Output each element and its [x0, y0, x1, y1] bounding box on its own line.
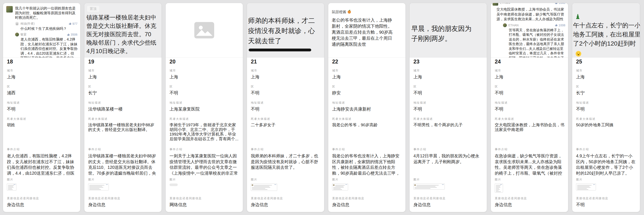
wechat-reply: 柿油(作者)977什么时候？生了其他疾病吗？: [15, 22, 78, 31]
record-cover-image[interactable]: [166, 3, 243, 58]
field-deceased: 死者大体描述 交大电院退休教授，上海书协会员，书法家吴中南老师: [495, 117, 565, 132]
attachment-thumbnail[interactable]: [495, 183, 503, 192]
field-address: 地址描述 不明: [7, 101, 77, 112]
field-value-district: 长宁: [88, 90, 158, 96]
record-number: 18: [7, 59, 13, 65]
field-label-event: 事件介绍: [251, 147, 321, 151]
field-label-deceased: 死者大体描述: [251, 117, 321, 121]
field-label-address: 地址描述: [495, 101, 565, 105]
avatar: [6, 6, 13, 13]
field-deceased: 死者大体描述 不明男性，有个两岁的儿子: [414, 117, 483, 127]
field-label-direct: 直接信息还是间接信息: [7, 196, 77, 200]
thumbnail-text-line: [335, 186, 344, 186]
record-card[interactable]: 午十点左右，长宁的一小地务工阿姨，在出租屋里了2个小时的120赶到时 25 城市…: [572, 3, 640, 212]
field-event: 事件介绍 一则关于上海某康复医院一位病人因疫情管理无人护理而去世的文章在微信群里…: [170, 147, 240, 176]
field-value-direct: 身边信息: [251, 202, 321, 207]
record-card[interactable]: 师弟的本科师妹，才二疫情没有及时就诊，心天就去世了 21 城市 上海 区 不明 …: [247, 3, 324, 212]
field-label-event: 事件介绍: [495, 147, 565, 151]
record-card[interactable]: 20 城市 上海 区 不明 地址描述 上海某康复医院 死者大体描述 李昶生于19…: [166, 3, 243, 212]
field-label-direct: 直接信息还是间接信息: [332, 196, 402, 200]
field-value-deceased: 不明男性，有个两岁的儿子: [414, 123, 483, 127]
like-count-value: 3506: [71, 33, 78, 36]
text-line: 镇路某楼一楼独居老夫妇中: [86, 13, 162, 22]
reply-header: ETHAN1008: [503, 23, 565, 27]
text-line: 曾是交大出版社翻译。休克: [86, 22, 162, 30]
field-value-address: 法华镇路某楼一楼: [88, 106, 158, 112]
field-value-district: 浦西: [7, 90, 77, 96]
clipped-comment-header: ETHAN1046: [492, 3, 565, 6]
field-value-direct: 身边信息: [88, 202, 158, 207]
attachment-thumbnail[interactable]: [88, 183, 109, 190]
field-label-city: 城市: [332, 69, 402, 73]
field-address: 地址描述 不明: [576, 101, 636, 112]
field-deceased: 死者大体描述 李昶生于1973年，曾就读于北京史家胡同小学、北京二中、北京四中，…: [170, 117, 240, 141]
field-value-deceased: 李昶生于1973年，曾就读于北京史家胡同小学、北京二中、北京四中，于1992年考…: [170, 123, 240, 141]
field-value-event: 4月12日早晨，我的朋友因为心梗永远离开了，儿子刚刚两岁。: [414, 153, 483, 164]
thumbnail-likes: [345, 184, 347, 185]
field-district: 区 长宁: [88, 85, 158, 96]
field-event: 事件介绍 法华镇路某楼一楼独居老夫妇中88岁的丈夫，曾经是交大出版社翻译。休克后…: [88, 147, 158, 176]
thumbnail-text-line: [254, 186, 270, 186]
text-line: 午十点左右，长宁的一小: [573, 21, 640, 30]
field-value-deceased: 二十多岁女子: [251, 123, 321, 127]
field-value-event: 我师弟的本科师妹，才二十多岁，也是因为疫情没有及时就诊，心脏不舒服送医院隔天就去…: [251, 153, 321, 170]
field-label-deceased: 死者大体描述: [495, 117, 565, 121]
thumbnail-avatar: [252, 184, 253, 186]
attachment-thumbnail[interactable]: [170, 183, 178, 186]
record-cover-image[interactable]: 师弟的本科师妹，才二疫情没有及时就诊，心天就去世了: [247, 3, 324, 58]
field-label-image: 图片: [332, 178, 402, 181]
attachment-thumbnail[interactable]: [332, 183, 348, 190]
thumbnail-text-line: [333, 187, 344, 187]
record-cover-image[interactable]: 早晨，我的朋友因为子刚刚两岁。: [410, 3, 487, 58]
field-value-city: 上海: [576, 74, 636, 80]
field-label-district: 区: [7, 85, 77, 89]
attachment-thumbnail[interactable]: [414, 183, 445, 189]
record-cover-image[interactable]: 我几十年前就认识的一位胡姓朋友也是因为封控、核酸检测等原因没有得到及时救治而死亡…: [3, 3, 80, 58]
field-label-event: 事件介绍: [332, 147, 402, 151]
field-district: 区 静安: [332, 85, 402, 96]
attachment-thumbnail[interactable]: [7, 183, 16, 191]
field-image: 图片: [332, 178, 402, 190]
like-count: 977: [69, 22, 78, 26]
field-value-address: 不明: [576, 106, 636, 112]
text-line: 新村，全家阴的情况下他阳性。: [332, 23, 406, 29]
text-line: 地务工阿姨，在出租屋里: [573, 30, 640, 39]
record-cover-image[interactable]: 午十点左右，长宁的一小地务工阿姨，在出租屋里了2个小时的120赶到时: [572, 3, 640, 58]
record-cover-image[interactable]: 鼠甜橙酱老公的爷爷也没有计入，上海静新村，全家阴的情况下他阳性。离酒店后差点转去…: [328, 3, 406, 58]
commenter-name: 柿油(作者): [20, 22, 67, 26]
text-line: 4月10日晚记录。: [86, 47, 162, 56]
field-value-direct: 身边信息: [7, 202, 77, 207]
field-value-event: 一则关于上海某康复医院一位病人因疫情管理无人护理而去世的文章在微信群里流转。最早…: [170, 153, 240, 176]
record-card[interactable]: 我几十年前就认识的一位胡姓朋友也是因为封控、核酸检测等原因没有得到及时救治而死亡…: [3, 3, 80, 212]
field-label-image: 图片: [576, 178, 636, 181]
field-value-city: 上海: [414, 74, 483, 80]
record-cover-image[interactable]: 置顶镇路某楼一楼独居老夫妇中曾是交大出版社翻译。休克医无对接医院而去世。70晚敲…: [84, 3, 162, 58]
record-card[interactable]: 鼠甜橙酱老公的爷爷也没有计入，上海静新村，全家阴的情况下他阳性。离酒店后差点转去…: [328, 3, 406, 212]
record-card[interactable]: 置顶镇路某楼一楼独居老夫妇中曾是交大出版社翻译。休克医无对接医院而去世。70晚敲…: [84, 3, 162, 212]
thumbnail-text-line: [333, 189, 342, 190]
field-direct: 直接信息还是间接信息 不明: [576, 196, 636, 207]
like-count-value: 1046: [558, 3, 565, 5]
field-direct: 直接信息还是间接信息 身边信息: [251, 196, 321, 207]
field-label-address: 地址描述: [576, 101, 636, 105]
field-value-address: 不明: [495, 106, 565, 112]
record-number: 23: [414, 59, 420, 65]
field-event: 事件介绍 我师弟的本科师妹，才二十多岁，也是因为疫情没有及时就诊，心脏不舒服送医…: [251, 147, 321, 170]
field-label-deceased: 死者大体描述: [332, 117, 402, 121]
record-cover-image[interactable]: ETHAN1046交大电院退休教授，上海书协会员，书法家吴中南老师在急诊病逝，缺…: [491, 3, 568, 58]
thumbnail-text-line: [416, 186, 436, 186]
field-label-image: 图片: [7, 178, 77, 181]
record-card[interactable]: 早晨，我的朋友因为子刚刚两岁。 23 城市 上海 区 不明 地址描述 不明 死者…: [409, 3, 487, 212]
record-card[interactable]: ETHAN1046交大电院退休教授，上海书协会员，书法家吴中南老师在急诊病逝，缺…: [491, 3, 568, 212]
attachment-thumbnail[interactable]: [251, 183, 277, 191]
thumbnail-text-line: [335, 185, 345, 185]
field-value-event: 我老公的爷爷也没有计入，上海静安区共康新村，全家阴的情况下他阳性，被转去隔离酒店…: [332, 153, 402, 176]
image-placeholder: [166, 3, 243, 57]
attachment-thumbnail[interactable]: [576, 183, 596, 190]
field-image: 图片: [414, 178, 483, 189]
field-value-event: 老人住浦西，有陈旧性脑梗，4.2摔跤，女儿被封在浦东过不了江，妹妹们虽住浦西但也…: [7, 153, 77, 176]
thumbnail-avatar: [333, 184, 334, 186]
field-image: 图片: [495, 178, 565, 192]
field-label-city: 城市: [495, 69, 565, 73]
field-label-event: 事件介绍: [7, 147, 77, 151]
